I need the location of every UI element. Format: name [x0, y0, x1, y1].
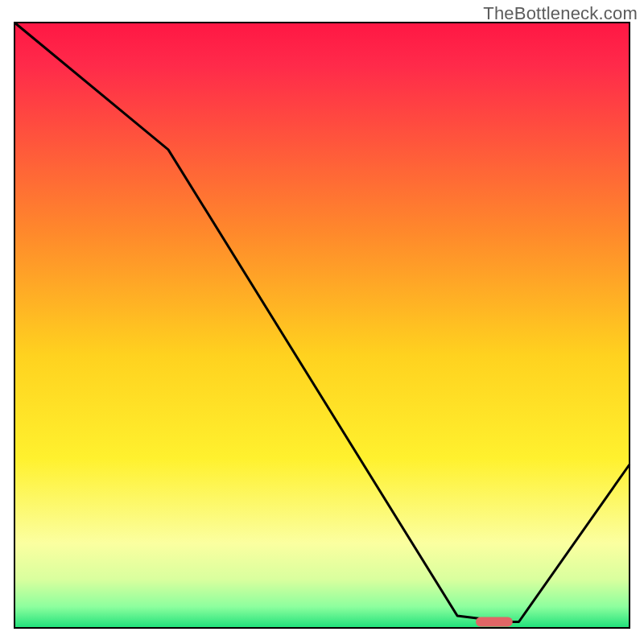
bottleneck-chart: [0, 0, 644, 644]
optimal-marker: [476, 617, 513, 627]
watermark-text: TheBottleneck.com: [483, 3, 638, 24]
gradient-background: [14, 23, 630, 628]
chart-container: { "watermark": "TheBottleneck.com", "cha…: [0, 0, 644, 644]
